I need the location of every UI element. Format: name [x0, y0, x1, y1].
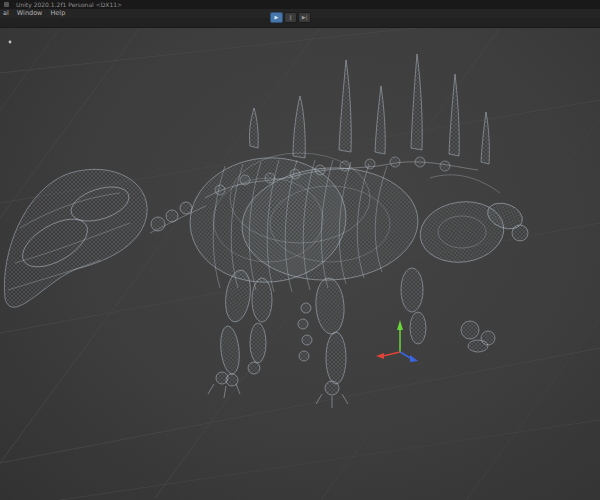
- play-button[interactable]: ▶: [270, 12, 283, 23]
- play-controls: ▶ ‖ ▶|: [270, 12, 311, 23]
- window-titlebar: Unity 2020.1.2f1 Personal <DX11>: [0, 0, 600, 9]
- gizmo-y-arrowhead[interactable]: [397, 320, 403, 330]
- scene-highlight-dot: [9, 41, 12, 44]
- menu-item-help[interactable]: Help: [50, 9, 65, 18]
- step-button[interactable]: ▶|: [298, 12, 311, 23]
- unity-logo-icon: [4, 2, 9, 7]
- gizmo-x-axis[interactable]: [383, 352, 400, 356]
- pause-button[interactable]: ‖: [284, 12, 297, 23]
- scene-view[interactable]: [0, 28, 600, 500]
- scene-canvas: [0, 28, 600, 500]
- menu-item-partial[interactable]: al: [3, 9, 9, 18]
- gizmo-z-arrowhead[interactable]: [410, 355, 418, 362]
- skeleton-wireframe-model: [4, 54, 528, 408]
- window-title: Unity 2020.1.2f1 Personal <DX11>: [16, 1, 122, 8]
- gizmo-x-arrowhead[interactable]: [376, 353, 384, 359]
- menu-item-window[interactable]: Window: [17, 9, 43, 18]
